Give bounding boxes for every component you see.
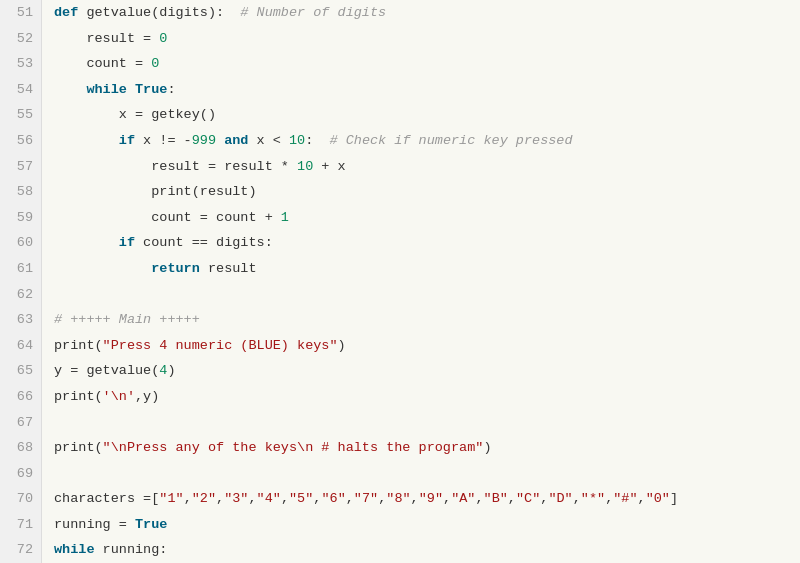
num-token: 1 — [281, 210, 289, 225]
var-token — [54, 261, 151, 276]
var-token: , — [184, 491, 192, 506]
op-token: : — [167, 82, 175, 97]
str-token: "D" — [548, 491, 572, 506]
code-line: result = 0 — [54, 26, 800, 52]
code-line: print("Press 4 numeric (BLUE) keys") — [54, 333, 800, 359]
line-number: 70 — [4, 486, 33, 512]
var-token: , — [573, 491, 581, 506]
kw-token: and — [224, 133, 248, 148]
line-number: 69 — [4, 461, 33, 487]
code-line: # +++++ Main +++++ — [54, 307, 800, 333]
num-token: 999 — [192, 133, 216, 148]
var-token: count = count + — [54, 210, 281, 225]
code-line: result = result * 10 + x — [54, 154, 800, 180]
line-number: 63 — [4, 307, 33, 333]
str-token: '\n' — [103, 389, 135, 404]
line-number: 68 — [4, 435, 33, 461]
code-line: while True: — [54, 77, 800, 103]
var-token: x != - — [135, 133, 192, 148]
num-token: 10 — [297, 159, 313, 174]
line-number: 72 — [4, 537, 33, 563]
str-token: "C" — [516, 491, 540, 506]
var-token: , — [508, 491, 516, 506]
code-line: if count == digits: — [54, 230, 800, 256]
line-number: 54 — [4, 77, 33, 103]
var-token: print( — [54, 440, 103, 455]
var-token: , — [216, 491, 224, 506]
line-number: 65 — [4, 358, 33, 384]
kw-token: if — [119, 235, 135, 250]
code-editor: 5152535455565758596061626364656667686970… — [0, 0, 800, 563]
kw-token: def — [54, 5, 86, 20]
var-token: ,y) — [135, 389, 159, 404]
var-token: , — [248, 491, 256, 506]
code-line: x = getkey() — [54, 102, 800, 128]
var-token — [54, 133, 119, 148]
str-token: "2" — [192, 491, 216, 506]
code-line: running = True — [54, 512, 800, 538]
line-number: 51 — [4, 0, 33, 26]
num-token: 0 — [151, 56, 159, 71]
str-token: "\nPress any of the keys\n # halts the p… — [103, 440, 484, 455]
var-token: characters =[ — [54, 491, 159, 506]
line-number: 58 — [4, 179, 33, 205]
line-number: 67 — [4, 410, 33, 436]
line-number: 64 — [4, 333, 33, 359]
kw-token: True — [135, 517, 167, 532]
num-token: 10 — [289, 133, 305, 148]
str-token: "8" — [386, 491, 410, 506]
op-token: : — [305, 133, 329, 148]
code-line — [54, 410, 800, 436]
var-token: result = result * — [54, 159, 297, 174]
code-line: def getvalue(digits): # Number of digits — [54, 0, 800, 26]
kw-token: return — [151, 261, 200, 276]
str-token: "3" — [224, 491, 248, 506]
line-number: 52 — [4, 26, 33, 52]
code-line: count = count + 1 — [54, 205, 800, 231]
line-number: 57 — [4, 154, 33, 180]
var-token: x = getkey() — [54, 107, 216, 122]
str-token: "4" — [257, 491, 281, 506]
code-line: print('\n',y) — [54, 384, 800, 410]
kw-token: while True — [86, 82, 167, 97]
var-token: digits — [159, 5, 208, 20]
var-token: , — [411, 491, 419, 506]
var-token: , — [475, 491, 483, 506]
var-token: count = — [54, 56, 151, 71]
fn-token: getvalue — [86, 5, 151, 20]
code-line: return result — [54, 256, 800, 282]
var-token: running = — [54, 517, 135, 532]
line-number-gutter: 5152535455565758596061626364656667686970… — [0, 0, 42, 563]
var-token: + x — [313, 159, 345, 174]
var-token — [54, 235, 119, 250]
str-token: "1" — [159, 491, 183, 506]
code-line: count = 0 — [54, 51, 800, 77]
line-number: 55 — [4, 102, 33, 128]
line-number: 62 — [4, 282, 33, 308]
code-line: print("\nPress any of the keys\n # halts… — [54, 435, 800, 461]
var-token: , — [443, 491, 451, 506]
line-number: 66 — [4, 384, 33, 410]
cm-token: # Number of digits — [240, 5, 386, 20]
kw-token: if — [119, 133, 135, 148]
str-token: "6" — [321, 491, 345, 506]
var-token: y = getvalue( — [54, 363, 159, 378]
op-token: ): — [208, 5, 240, 20]
var-token: ) — [338, 338, 346, 353]
code-line: if x != -999 and x < 10: # Check if nume… — [54, 128, 800, 154]
var-token: ) — [483, 440, 491, 455]
str-token: "5" — [289, 491, 313, 506]
var-token: , — [281, 491, 289, 506]
var-token: print(result) — [54, 184, 257, 199]
var-token — [54, 82, 86, 97]
var-token: count == digits: — [135, 235, 273, 250]
var-token: print( — [54, 338, 103, 353]
code-line: print(result) — [54, 179, 800, 205]
str-token: "Press 4 numeric (BLUE) keys" — [103, 338, 338, 353]
var-token: result — [200, 261, 257, 276]
var-token: x < — [248, 133, 289, 148]
line-number: 71 — [4, 512, 33, 538]
code-line: while running: — [54, 537, 800, 563]
num-token: 0 — [159, 31, 167, 46]
code-line — [54, 282, 800, 308]
